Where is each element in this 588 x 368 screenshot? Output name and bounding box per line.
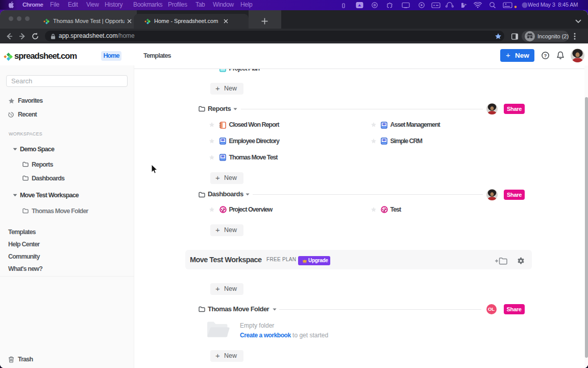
svg-text:?: ? xyxy=(544,53,547,58)
